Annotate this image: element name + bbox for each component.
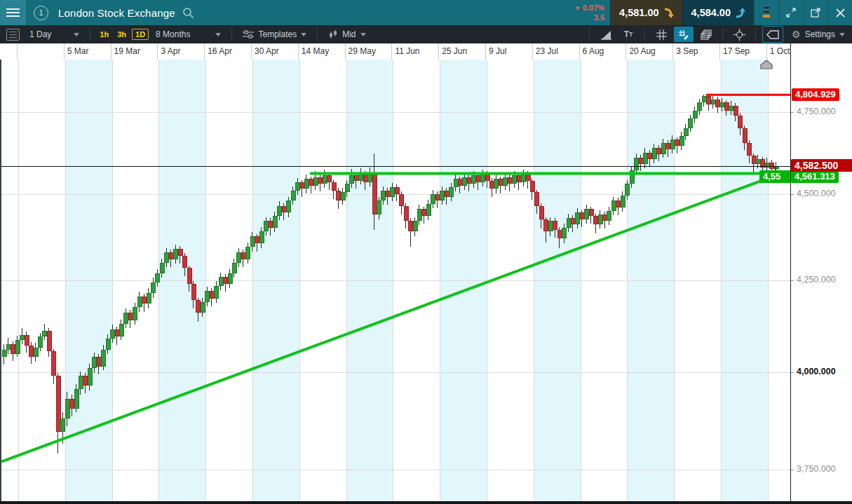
- grid-edit-icon[interactable]: [674, 27, 694, 42]
- date-label: 9 Jul: [489, 46, 506, 56]
- chart-plot-area[interactable]: 4,55: [0, 60, 792, 501]
- titlebar-right-cluster: ▼ 0.07% 3.5 4,581.00 4,584.00: [574, 0, 852, 25]
- date-label: 19 Mar: [114, 46, 140, 56]
- date-tick: [64, 43, 65, 60]
- price-tick-label: 4,500.000: [797, 189, 836, 198]
- down-triangle-icon: ▼: [574, 5, 581, 12]
- chevron-down-icon: [839, 33, 845, 36]
- sliders-icon: [243, 30, 254, 39]
- date-label: 30 Apr: [255, 46, 279, 56]
- timeframe-1h-button[interactable]: 1h: [97, 29, 111, 39]
- date-tick: [626, 43, 626, 60]
- date-label: 29 May: [349, 46, 376, 56]
- date-tick: [298, 43, 299, 60]
- date-label: 17 Sep: [723, 46, 750, 56]
- templates-dropdown[interactable]: Templates: [237, 29, 312, 39]
- text-tool-icon[interactable]: TT: [618, 27, 638, 42]
- crosshair-icon[interactable]: [729, 27, 749, 42]
- price-change-indicator: ▼ 0.07% 3.5: [574, 0, 610, 25]
- high-price-label[interactable]: 4,804.929: [792, 88, 839, 101]
- date-tick: [251, 43, 252, 60]
- date-tick: [438, 43, 439, 60]
- date-tick: [204, 43, 205, 60]
- price-tick-label: 4,000.000: [797, 367, 836, 376]
- date-label: 25 Jun: [442, 46, 467, 56]
- buy-price-button[interactable]: 4,584.00: [682, 0, 754, 25]
- price-axis[interactable]: 4,804.929 4,561.313 4,582.500 4,750.0004…: [790, 60, 852, 501]
- date-label: 23 Jul: [536, 46, 558, 56]
- date-axis[interactable]: 5 Mar19 Mar3 Apr16 Apr30 Apr14 May29 May…: [0, 43, 852, 60]
- chart-end-marker[interactable]: [760, 60, 773, 69]
- close-icon[interactable]: [827, 0, 852, 25]
- chevron-down-icon: [215, 33, 221, 36]
- sell-price-button[interactable]: 4,581.00: [610, 0, 682, 25]
- gear-icon: ⚙: [792, 29, 801, 40]
- market-depth-icon[interactable]: [754, 0, 778, 25]
- date-tick: [766, 43, 767, 60]
- chevron-down-icon: [301, 33, 306, 36]
- trendline-annotation[interactable]: [1, 175, 776, 462]
- axis-divider: [790, 43, 791, 501]
- timeframe-3h-button[interactable]: 3h: [114, 29, 129, 39]
- interval-dropdown[interactable]: 1 Day: [24, 29, 85, 39]
- date-label: 14 May: [302, 46, 329, 56]
- buy-up-arrow-icon: [736, 8, 745, 18]
- hamburger-menu-button[interactable]: [0, 0, 26, 25]
- date-label: 16 Apr: [208, 46, 232, 56]
- level-1-badge: 1: [34, 6, 48, 20]
- expand-icon[interactable]: [778, 0, 803, 25]
- date-label: 20 Aug: [629, 46, 655, 56]
- candlestick-style-icon: [328, 29, 338, 39]
- timeframe-1d-button[interactable]: 1D: [132, 29, 149, 40]
- trendline-price-label[interactable]: 4,55: [759, 170, 792, 183]
- price-label-tool-icon[interactable]: [762, 26, 783, 43]
- date-tick: [17, 43, 18, 60]
- instrument-title: London Stock Exchange: [58, 7, 175, 19]
- date-tick: [157, 43, 158, 60]
- settings-button[interactable]: ⚙ Settings: [785, 29, 852, 40]
- window-bottom-edge: [0, 501, 852, 504]
- price-tick-label: 3,750.000: [797, 464, 836, 474]
- popout-icon[interactable]: [803, 0, 827, 25]
- date-tick: [719, 43, 720, 60]
- price-type-dropdown[interactable]: Mid: [323, 29, 371, 39]
- cascade-windows-icon[interactable]: [696, 27, 716, 42]
- date-tick: [391, 43, 392, 60]
- date-label: 3 Sep: [676, 46, 698, 56]
- date-label: 1 Oct: [770, 46, 790, 56]
- range-dropdown[interactable]: 8 Months: [150, 29, 226, 39]
- date-label: 6 Aug: [583, 46, 604, 56]
- date-label: 11 Jun: [395, 46, 419, 56]
- trading-app-window: 1 London Stock Exchange ▼ 0.07% 3.5 4,58…: [0, 0, 852, 504]
- current-price-label: 4,582.500: [791, 159, 852, 172]
- trend-drawing-icon[interactable]: [596, 27, 616, 42]
- search-icon[interactable]: [182, 7, 194, 19]
- date-label: 5 Mar: [67, 46, 89, 56]
- date-tick: [579, 43, 580, 60]
- chart-list-icon[interactable]: [6, 29, 20, 41]
- chevron-down-icon: [360, 33, 366, 36]
- price-tick-label: 4,250.000: [797, 275, 836, 285]
- price-tick-label: 4,750.000: [797, 107, 836, 116]
- sell-down-arrow-icon: [664, 8, 674, 18]
- date-tick: [532, 43, 533, 60]
- date-tick: [345, 43, 346, 60]
- date-tick: [672, 43, 673, 60]
- date-label: 3 Apr: [161, 46, 180, 56]
- chart-toolbar: 1 Day 1h 3h 1D 8 Months Templates: [0, 25, 852, 44]
- chevron-down-icon: [74, 33, 79, 36]
- date-tick: [485, 43, 486, 60]
- grid-icon[interactable]: [651, 27, 671, 42]
- date-tick: [111, 43, 111, 60]
- support-price-label[interactable]: 4,561.313: [791, 170, 839, 183]
- annotation-overlay: [1, 60, 792, 501]
- title-bar: 1 London Stock Exchange ▼ 0.07% 3.5 4,58…: [0, 0, 852, 25]
